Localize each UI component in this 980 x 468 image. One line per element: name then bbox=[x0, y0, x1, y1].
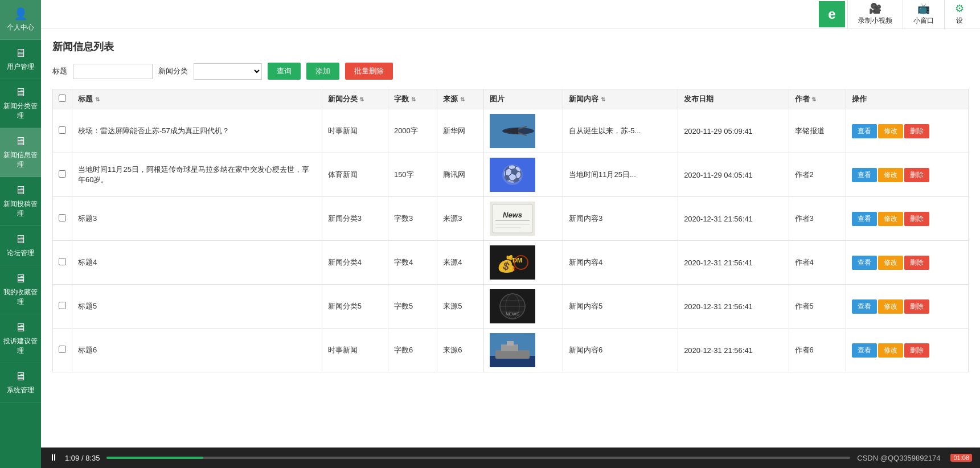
delete-button[interactable]: 删除 bbox=[904, 124, 929, 138]
sidebar-item-news-category-manage[interactable]: 🖥 新闻分类管理 bbox=[0, 79, 41, 128]
col-author: 作者 ⇅ bbox=[789, 89, 846, 109]
row-checkbox[interactable] bbox=[59, 302, 66, 309]
edit-button[interactable]: 修改 bbox=[878, 256, 903, 270]
monitor-icon-7: 🖥 bbox=[15, 321, 26, 334]
topbar-logo: e bbox=[819, 1, 845, 27]
cell-category: 体育新闻 bbox=[322, 153, 388, 197]
sidebar-item-label: 论坛管理 bbox=[7, 248, 34, 258]
add-button[interactable]: 添加 bbox=[306, 63, 339, 80]
table-row: 标题6时事新闻字数6来源6 新闻内容62020-12-31 21:56:41作者… bbox=[53, 329, 969, 372]
author-sort-icon[interactable]: ⇅ bbox=[811, 96, 816, 102]
edit-button[interactable]: 修改 bbox=[878, 343, 903, 358]
col-date: 发布日期 bbox=[678, 89, 789, 109]
sidebar-item-news-invest-manage[interactable]: 🖥 新闻投稿管理 bbox=[0, 177, 41, 226]
sidebar-item-complaint-manage[interactable]: 🖥 投诉建议管理 bbox=[0, 314, 41, 363]
view-button[interactable]: 查看 bbox=[852, 124, 877, 138]
source-sort-icon[interactable]: ⇅ bbox=[460, 96, 465, 102]
edit-button[interactable]: 修改 bbox=[878, 124, 903, 138]
delete-button[interactable]: 删除 bbox=[904, 256, 929, 270]
cell-source: 新华网 bbox=[437, 109, 484, 153]
page-title: 新闻信息列表 bbox=[52, 40, 969, 54]
record-icon: 🎥 bbox=[869, 2, 881, 15]
news-thumbnail: NEWS bbox=[490, 289, 535, 323]
sidebar-item-label: 个人中心 bbox=[7, 23, 34, 32]
videobar: ⏸ 1:09 / 8:35 CSDN @QQ3359892174 01:08 bbox=[41, 448, 980, 468]
settings-btn[interactable]: ⚙ 设 bbox=[944, 0, 974, 29]
row-checkbox[interactable] bbox=[59, 214, 66, 221]
cell-author: 作者4 bbox=[789, 241, 846, 285]
view-button[interactable]: 查看 bbox=[852, 256, 877, 270]
sidebar-item-my-collection-manage[interactable]: 🖥 我的收藏管理 bbox=[0, 265, 41, 314]
jet-svg bbox=[490, 114, 535, 148]
col-content: 新闻内容 ⇅ bbox=[563, 89, 678, 109]
sidebar-item-forum-manage[interactable]: 🖥 论坛管理 bbox=[0, 226, 41, 265]
edit-button[interactable]: 修改 bbox=[878, 168, 903, 182]
svg-text:News: News bbox=[503, 211, 522, 219]
delete-button[interactable]: 删除 bbox=[904, 212, 929, 226]
cell-image: NEWS bbox=[484, 285, 563, 329]
small-window-btn[interactable]: 📺 小窗口 bbox=[903, 0, 944, 29]
view-button[interactable]: 查看 bbox=[852, 299, 877, 314]
view-button[interactable]: 查看 bbox=[852, 343, 877, 358]
row-checkbox[interactable] bbox=[59, 346, 66, 353]
view-button[interactable]: 查看 bbox=[852, 212, 877, 226]
delete-button[interactable]: 删除 bbox=[904, 343, 929, 358]
sidebar-item-news-info-manage[interactable]: 🖥 新闻信息管理 bbox=[0, 128, 41, 177]
sidebar-item-system-manage[interactable]: 🖥 系统管理 bbox=[0, 363, 41, 403]
cell-date: 2020-11-29 04:05:41 bbox=[678, 153, 789, 197]
cell-category: 新闻分类3 bbox=[322, 197, 388, 241]
col-source: 来源 ⇅ bbox=[437, 89, 484, 109]
title-sort-icon[interactable]: ⇅ bbox=[95, 96, 100, 102]
sidebar-item-user-manage[interactable]: 🖥 用户管理 bbox=[0, 40, 41, 79]
time-badge: 01:08 bbox=[950, 454, 972, 462]
cell-word-count: 字数5 bbox=[388, 285, 437, 329]
wordcount-sort-icon[interactable]: ⇅ bbox=[411, 96, 416, 102]
personal-center-icon: 👤 bbox=[14, 7, 28, 20]
monitor-icon-8: 🖥 bbox=[15, 370, 26, 383]
category-filter-select[interactable]: 时事新闻 体育新闻 新闻分类3 bbox=[194, 63, 262, 80]
news-thumbnail: 💰 DM $ bbox=[490, 245, 535, 280]
cell-source: 来源4 bbox=[437, 241, 484, 285]
fire-svg: 💰 DM $ bbox=[490, 245, 535, 280]
batch-delete-button[interactable]: 批量删除 bbox=[345, 63, 393, 80]
cell-image bbox=[484, 329, 563, 372]
title-filter-input[interactable] bbox=[73, 64, 153, 79]
edit-button[interactable]: 修改 bbox=[878, 212, 903, 226]
content-sort-icon[interactable]: ⇅ bbox=[601, 96, 605, 102]
news-thumbnail: ⚽ bbox=[490, 158, 535, 192]
cell-content: 自从诞生以来，苏-5... bbox=[563, 109, 678, 153]
edit-button[interactable]: 修改 bbox=[878, 299, 903, 314]
news-thumbnail: News bbox=[490, 202, 535, 236]
record-video-btn[interactable]: 🎥 录制小视频 bbox=[847, 0, 903, 29]
query-button[interactable]: 查询 bbox=[268, 63, 301, 80]
monitor-icon-6: 🖥 bbox=[15, 272, 26, 285]
ship-svg bbox=[490, 333, 535, 367]
cell-actions: 查看修改删除 bbox=[846, 153, 968, 197]
monitor-icon-5: 🖥 bbox=[15, 233, 26, 246]
logo-char: e bbox=[828, 6, 835, 22]
row-checkbox[interactable] bbox=[59, 126, 66, 134]
category-sort-icon[interactable]: ⇅ bbox=[359, 96, 364, 102]
svg-rect-31 bbox=[507, 341, 514, 346]
row-checkbox[interactable] bbox=[59, 170, 66, 178]
row-checkbox[interactable] bbox=[59, 258, 66, 265]
sidebar-item-personal-center[interactable]: 👤 个人中心 bbox=[0, 0, 41, 40]
cell-source: 腾讯网 bbox=[437, 153, 484, 197]
cell-word-count: 2000字 bbox=[388, 109, 437, 153]
delete-button[interactable]: 删除 bbox=[904, 168, 929, 182]
video-progress-bar[interactable] bbox=[106, 457, 850, 459]
monitor-icon-3: 🖥 bbox=[15, 135, 26, 148]
delete-button[interactable]: 删除 bbox=[904, 299, 929, 314]
cell-author: 作者6 bbox=[789, 329, 846, 372]
select-all-checkbox[interactable] bbox=[59, 95, 66, 102]
view-button[interactable]: 查看 bbox=[852, 168, 877, 182]
cell-word-count: 字数4 bbox=[388, 241, 437, 285]
cell-source: 来源3 bbox=[437, 197, 484, 241]
sidebar-item-label: 新闻投稿管理 bbox=[2, 199, 39, 219]
watermark-text: CSDN @QQ3359892174 bbox=[857, 454, 940, 462]
cell-content: 新闻内容3 bbox=[563, 197, 678, 241]
video-time: 1:09 / 8:35 bbox=[65, 454, 100, 462]
play-pause-button[interactable]: ⏸ bbox=[49, 453, 58, 463]
sidebar-item-label: 用户管理 bbox=[7, 62, 34, 72]
cell-date: 2020-12-31 21:56:41 bbox=[678, 241, 789, 285]
